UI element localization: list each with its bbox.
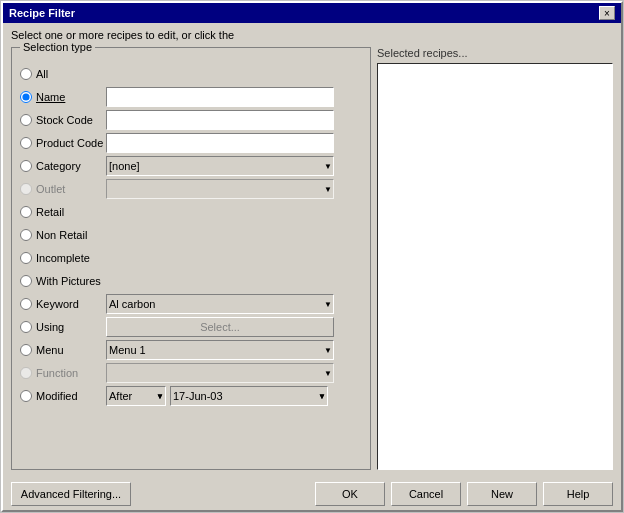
menu-select[interactable]: Menu 1 (106, 340, 334, 360)
radio-retail[interactable] (20, 206, 32, 218)
cancel-button[interactable]: Cancel (391, 482, 461, 506)
radio-row-with-pictures: With Pictures (20, 271, 362, 291)
radio-all[interactable] (20, 68, 32, 80)
ok-button[interactable]: OK (315, 482, 385, 506)
label-using: Using (36, 321, 106, 333)
menu-select-wrapper: Menu 1 (106, 340, 334, 360)
radio-incomplete[interactable] (20, 252, 32, 264)
radio-non-retail[interactable] (20, 229, 32, 241)
radio-using[interactable] (20, 321, 32, 333)
function-select-wrapper (106, 363, 334, 383)
label-non-retail: Non Retail (36, 229, 106, 241)
label-product-code: Product Code (36, 137, 106, 149)
radio-product-code[interactable] (20, 137, 32, 149)
label-all: All (36, 68, 106, 80)
radio-row-function: Function (20, 363, 362, 383)
radio-row-retail: Retail (20, 202, 362, 222)
radio-function[interactable] (20, 367, 32, 379)
advanced-filtering-button[interactable]: Advanced Filtering... (11, 482, 131, 506)
modified-date-select[interactable]: 17-Jun-03 (170, 386, 328, 406)
stock-code-input[interactable] (106, 110, 334, 130)
radio-row-menu: Menu Menu 1 (20, 340, 362, 360)
category-select[interactable]: [none] (106, 156, 334, 176)
modified-date-wrapper: 17-Jun-03 ▼ (170, 386, 328, 406)
radio-category[interactable] (20, 160, 32, 172)
radio-modified[interactable] (20, 390, 32, 402)
using-select-button[interactable]: Select... (106, 317, 334, 337)
radio-row-all: All (20, 64, 362, 84)
radio-row-product-code: Product Code (20, 133, 362, 153)
modified-controls: After Before ▼ 17-Jun-03 ▼ (106, 386, 328, 406)
label-keyword: Keyword (36, 298, 106, 310)
name-input[interactable] (106, 87, 334, 107)
top-description: Select one or more recipes to edit, or c… (11, 29, 613, 41)
modified-after-before-select[interactable]: After Before (106, 386, 166, 406)
modified-after-before-wrapper: After Before ▼ (106, 386, 166, 406)
right-panel: Selected recipes... (377, 47, 613, 470)
selected-recipes-box (377, 63, 613, 470)
recipe-filter-dialog: Recipe Filter × Select one or more recip… (1, 1, 623, 512)
product-code-input[interactable] (106, 133, 334, 153)
radio-keyword[interactable] (20, 298, 32, 310)
label-function: Function (36, 367, 106, 379)
main-content: Selection type All Name (11, 47, 613, 470)
radio-row-incomplete: Incomplete (20, 248, 362, 268)
radio-row-stock-code: Stock Code (20, 110, 362, 130)
label-menu: Menu (36, 344, 106, 356)
keyword-select[interactable]: Al carbon (106, 294, 334, 314)
selection-type-group: Selection type All Name (11, 47, 371, 470)
new-button[interactable]: New (467, 482, 537, 506)
left-panel: Selection type All Name (11, 47, 371, 470)
action-buttons: OK Cancel New Help (315, 482, 613, 506)
group-label: Selection type (20, 41, 95, 53)
radio-stock-code[interactable] (20, 114, 32, 126)
label-name: Name (36, 91, 106, 103)
help-button[interactable]: Help (543, 482, 613, 506)
radio-row-keyword: Keyword Al carbon (20, 294, 362, 314)
radio-outlet[interactable] (20, 183, 32, 195)
title-bar: Recipe Filter × (3, 3, 621, 23)
outlet-select-wrapper (106, 179, 334, 199)
keyword-select-wrapper: Al carbon (106, 294, 334, 314)
label-stock-code: Stock Code (36, 114, 106, 126)
radio-row-outlet: Outlet (20, 179, 362, 199)
label-incomplete: Incomplete (36, 252, 106, 264)
outlet-select[interactable] (106, 179, 334, 199)
label-with-pictures: With Pictures (36, 275, 106, 287)
label-retail: Retail (36, 206, 106, 218)
selected-recipes-label: Selected recipes... (377, 47, 613, 59)
label-category: Category (36, 160, 106, 172)
bottom-bar: Advanced Filtering... OK Cancel New Help (3, 476, 621, 510)
radio-row-category: Category [none] (20, 156, 362, 176)
category-select-wrapper: [none] (106, 156, 334, 176)
close-button[interactable]: × (599, 6, 615, 20)
dialog-body: Select one or more recipes to edit, or c… (3, 23, 621, 476)
radio-row-name: Name (20, 87, 362, 107)
radio-row-non-retail: Non Retail (20, 225, 362, 245)
radio-name[interactable] (20, 91, 32, 103)
radio-with-pictures[interactable] (20, 275, 32, 287)
label-outlet: Outlet (36, 183, 106, 195)
radio-menu[interactable] (20, 344, 32, 356)
radio-row-modified: Modified After Before ▼ (20, 386, 362, 406)
function-select[interactable] (106, 363, 334, 383)
label-modified: Modified (36, 390, 106, 402)
dialog-title: Recipe Filter (9, 7, 75, 19)
radio-row-using: Using Select... (20, 317, 362, 337)
